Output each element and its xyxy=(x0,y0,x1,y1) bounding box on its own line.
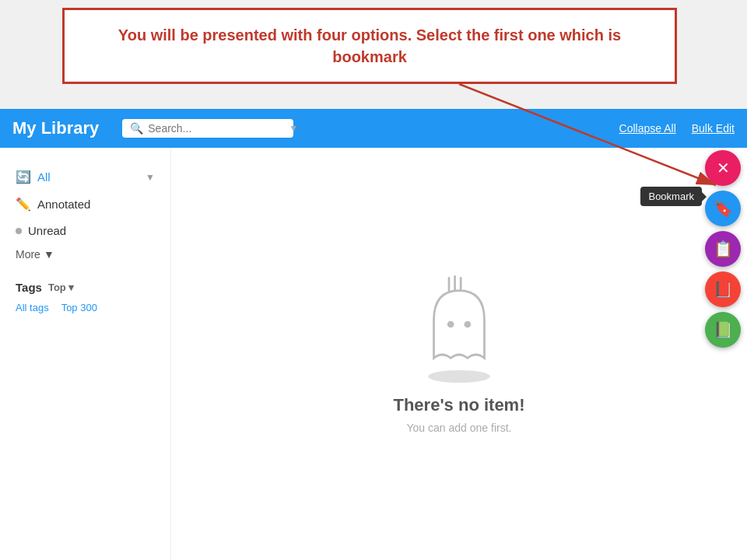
search-icon: 🔍 xyxy=(130,122,143,135)
top-300-link[interactable]: Top 300 xyxy=(61,302,97,313)
sidebar: 🔄 All ▼ ✏️ Annotated Unread More ▼ Tags … xyxy=(0,148,171,560)
bookmark-icon: 🔖 xyxy=(714,199,733,218)
tags-label: Tags xyxy=(16,281,42,294)
all-chevron-icon: ▼ xyxy=(146,172,155,183)
annotated-icon: ✏️ xyxy=(16,197,31,212)
tags-sort-chevron-icon: ▾ xyxy=(68,282,74,293)
sidebar-item-unread[interactable]: Unread xyxy=(12,218,158,243)
tags-links: All tags Top 300 xyxy=(12,297,158,318)
all-tags-link[interactable]: All tags xyxy=(16,302,49,313)
unread-dot-icon xyxy=(16,228,22,234)
red-fab-button[interactable]: 📕 xyxy=(705,271,741,307)
search-input[interactable] xyxy=(148,122,284,135)
purple-icon: 📋 xyxy=(714,240,733,258)
more-button[interactable]: More ▼ xyxy=(12,243,158,265)
content-area: There's no item! You can add one first. xyxy=(171,148,747,560)
tags-sort-button[interactable]: Top ▾ xyxy=(48,282,74,293)
main-content: 🔄 All ▼ ✏️ Annotated Unread More ▼ Tags … xyxy=(0,148,747,560)
svg-point-5 xyxy=(447,321,454,328)
svg-point-6 xyxy=(465,321,472,328)
green-icon: 📗 xyxy=(714,320,733,339)
sidebar-all-label: All xyxy=(37,170,139,184)
bookmark-tooltip-label: Bookmark xyxy=(648,191,694,202)
sidebar-item-all[interactable]: 🔄 All ▼ xyxy=(12,163,158,191)
ghost-svg xyxy=(412,274,506,375)
red-icon: 📕 xyxy=(714,280,733,299)
empty-illustration xyxy=(412,274,506,383)
search-dropdown-icon[interactable]: ▼ xyxy=(289,123,298,134)
empty-subtitle: You can add one first. xyxy=(407,422,512,434)
annotation-box: You will be presented with four options.… xyxy=(62,8,677,84)
sidebar-unread-label: Unread xyxy=(28,224,155,237)
svg-line-1 xyxy=(459,84,716,185)
sidebar-item-annotated[interactable]: ✏️ Annotated xyxy=(12,191,158,218)
annotation-text: You will be presented with four options.… xyxy=(83,24,656,68)
tags-section: Tags Top ▾ All tags Top 300 xyxy=(12,278,158,318)
bookmark-tooltip: Bookmark xyxy=(640,187,702,206)
more-chevron-icon: ▼ xyxy=(44,248,54,261)
sidebar-annotated-label: Annotated xyxy=(37,198,155,211)
search-bar[interactable]: 🔍 ▼ xyxy=(122,119,293,138)
empty-title: There's no item! xyxy=(393,395,524,415)
all-icon: 🔄 xyxy=(16,170,31,184)
annotation-arrow xyxy=(451,84,731,197)
tags-sort-label: Top xyxy=(48,282,66,293)
ghost-shadow xyxy=(428,370,490,383)
header-title: My Library xyxy=(12,118,99,138)
purple-fab-button[interactable]: 📋 xyxy=(705,231,741,267)
tags-header: Tags Top ▾ xyxy=(12,278,158,297)
green-fab-button[interactable]: 📗 xyxy=(705,312,741,348)
more-label: More xyxy=(16,248,40,261)
